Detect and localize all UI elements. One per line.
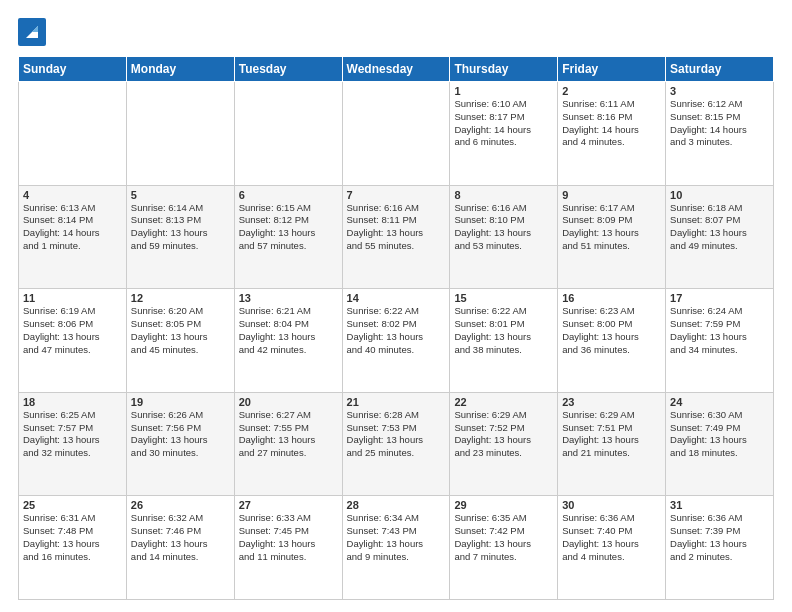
day-number: 28 xyxy=(347,499,446,511)
calendar-cell: 21Sunrise: 6:28 AM Sunset: 7:53 PM Dayli… xyxy=(342,392,450,496)
calendar-cell xyxy=(234,82,342,186)
day-info: Sunrise: 6:15 AM Sunset: 8:12 PM Dayligh… xyxy=(239,202,338,253)
day-info: Sunrise: 6:35 AM Sunset: 7:42 PM Dayligh… xyxy=(454,512,553,563)
day-number: 16 xyxy=(562,292,661,304)
calendar-week-row: 25Sunrise: 6:31 AM Sunset: 7:48 PM Dayli… xyxy=(19,496,774,600)
day-number: 22 xyxy=(454,396,553,408)
logo xyxy=(18,18,50,46)
calendar-week-row: 11Sunrise: 6:19 AM Sunset: 8:06 PM Dayli… xyxy=(19,289,774,393)
calendar-cell: 7Sunrise: 6:16 AM Sunset: 8:11 PM Daylig… xyxy=(342,185,450,289)
calendar-cell: 13Sunrise: 6:21 AM Sunset: 8:04 PM Dayli… xyxy=(234,289,342,393)
day-info: Sunrise: 6:22 AM Sunset: 8:01 PM Dayligh… xyxy=(454,305,553,356)
day-number: 24 xyxy=(670,396,769,408)
day-info: Sunrise: 6:32 AM Sunset: 7:46 PM Dayligh… xyxy=(131,512,230,563)
calendar-cell: 6Sunrise: 6:15 AM Sunset: 8:12 PM Daylig… xyxy=(234,185,342,289)
day-info: Sunrise: 6:28 AM Sunset: 7:53 PM Dayligh… xyxy=(347,409,446,460)
day-number: 1 xyxy=(454,85,553,97)
calendar-cell: 8Sunrise: 6:16 AM Sunset: 8:10 PM Daylig… xyxy=(450,185,558,289)
calendar-body: 1Sunrise: 6:10 AM Sunset: 8:17 PM Daylig… xyxy=(19,82,774,600)
day-number: 8 xyxy=(454,189,553,201)
day-number: 15 xyxy=(454,292,553,304)
page: SundayMondayTuesdayWednesdayThursdayFrid… xyxy=(0,0,792,612)
day-info: Sunrise: 6:34 AM Sunset: 7:43 PM Dayligh… xyxy=(347,512,446,563)
day-number: 10 xyxy=(670,189,769,201)
calendar-cell: 25Sunrise: 6:31 AM Sunset: 7:48 PM Dayli… xyxy=(19,496,127,600)
day-number: 31 xyxy=(670,499,769,511)
day-info: Sunrise: 6:26 AM Sunset: 7:56 PM Dayligh… xyxy=(131,409,230,460)
day-info: Sunrise: 6:29 AM Sunset: 7:52 PM Dayligh… xyxy=(454,409,553,460)
calendar-weekday: Monday xyxy=(126,57,234,82)
calendar-week-row: 18Sunrise: 6:25 AM Sunset: 7:57 PM Dayli… xyxy=(19,392,774,496)
calendar-cell: 27Sunrise: 6:33 AM Sunset: 7:45 PM Dayli… xyxy=(234,496,342,600)
day-info: Sunrise: 6:19 AM Sunset: 8:06 PM Dayligh… xyxy=(23,305,122,356)
calendar-cell: 5Sunrise: 6:14 AM Sunset: 8:13 PM Daylig… xyxy=(126,185,234,289)
day-info: Sunrise: 6:10 AM Sunset: 8:17 PM Dayligh… xyxy=(454,98,553,149)
day-number: 14 xyxy=(347,292,446,304)
calendar-weekday: Saturday xyxy=(666,57,774,82)
calendar-weekday: Wednesday xyxy=(342,57,450,82)
day-info: Sunrise: 6:21 AM Sunset: 8:04 PM Dayligh… xyxy=(239,305,338,356)
day-number: 21 xyxy=(347,396,446,408)
calendar-cell: 24Sunrise: 6:30 AM Sunset: 7:49 PM Dayli… xyxy=(666,392,774,496)
day-info: Sunrise: 6:18 AM Sunset: 8:07 PM Dayligh… xyxy=(670,202,769,253)
calendar-week-row: 1Sunrise: 6:10 AM Sunset: 8:17 PM Daylig… xyxy=(19,82,774,186)
calendar-weekday: Thursday xyxy=(450,57,558,82)
calendar-cell: 17Sunrise: 6:24 AM Sunset: 7:59 PM Dayli… xyxy=(666,289,774,393)
calendar-cell: 9Sunrise: 6:17 AM Sunset: 8:09 PM Daylig… xyxy=(558,185,666,289)
day-number: 18 xyxy=(23,396,122,408)
day-number: 3 xyxy=(670,85,769,97)
calendar-table: SundayMondayTuesdayWednesdayThursdayFrid… xyxy=(18,56,774,600)
day-number: 20 xyxy=(239,396,338,408)
day-number: 6 xyxy=(239,189,338,201)
day-info: Sunrise: 6:36 AM Sunset: 7:39 PM Dayligh… xyxy=(670,512,769,563)
day-info: Sunrise: 6:14 AM Sunset: 8:13 PM Dayligh… xyxy=(131,202,230,253)
day-info: Sunrise: 6:16 AM Sunset: 8:11 PM Dayligh… xyxy=(347,202,446,253)
day-number: 30 xyxy=(562,499,661,511)
day-info: Sunrise: 6:11 AM Sunset: 8:16 PM Dayligh… xyxy=(562,98,661,149)
calendar-cell: 23Sunrise: 6:29 AM Sunset: 7:51 PM Dayli… xyxy=(558,392,666,496)
calendar-weekday: Tuesday xyxy=(234,57,342,82)
day-info: Sunrise: 6:29 AM Sunset: 7:51 PM Dayligh… xyxy=(562,409,661,460)
day-number: 5 xyxy=(131,189,230,201)
day-info: Sunrise: 6:16 AM Sunset: 8:10 PM Dayligh… xyxy=(454,202,553,253)
day-number: 26 xyxy=(131,499,230,511)
calendar-cell: 16Sunrise: 6:23 AM Sunset: 8:00 PM Dayli… xyxy=(558,289,666,393)
day-number: 12 xyxy=(131,292,230,304)
calendar-cell: 15Sunrise: 6:22 AM Sunset: 8:01 PM Dayli… xyxy=(450,289,558,393)
calendar-cell: 2Sunrise: 6:11 AM Sunset: 8:16 PM Daylig… xyxy=(558,82,666,186)
day-number: 27 xyxy=(239,499,338,511)
day-info: Sunrise: 6:23 AM Sunset: 8:00 PM Dayligh… xyxy=(562,305,661,356)
calendar-week-row: 4Sunrise: 6:13 AM Sunset: 8:14 PM Daylig… xyxy=(19,185,774,289)
day-info: Sunrise: 6:13 AM Sunset: 8:14 PM Dayligh… xyxy=(23,202,122,253)
day-info: Sunrise: 6:36 AM Sunset: 7:40 PM Dayligh… xyxy=(562,512,661,563)
calendar-cell: 18Sunrise: 6:25 AM Sunset: 7:57 PM Dayli… xyxy=(19,392,127,496)
calendar-cell: 11Sunrise: 6:19 AM Sunset: 8:06 PM Dayli… xyxy=(19,289,127,393)
day-info: Sunrise: 6:22 AM Sunset: 8:02 PM Dayligh… xyxy=(347,305,446,356)
day-info: Sunrise: 6:17 AM Sunset: 8:09 PM Dayligh… xyxy=(562,202,661,253)
calendar-weekday: Friday xyxy=(558,57,666,82)
calendar-cell: 30Sunrise: 6:36 AM Sunset: 7:40 PM Dayli… xyxy=(558,496,666,600)
day-info: Sunrise: 6:27 AM Sunset: 7:55 PM Dayligh… xyxy=(239,409,338,460)
calendar-cell xyxy=(19,82,127,186)
day-info: Sunrise: 6:24 AM Sunset: 7:59 PM Dayligh… xyxy=(670,305,769,356)
day-number: 19 xyxy=(131,396,230,408)
day-info: Sunrise: 6:25 AM Sunset: 7:57 PM Dayligh… xyxy=(23,409,122,460)
day-number: 17 xyxy=(670,292,769,304)
day-number: 13 xyxy=(239,292,338,304)
calendar-cell xyxy=(126,82,234,186)
day-info: Sunrise: 6:33 AM Sunset: 7:45 PM Dayligh… xyxy=(239,512,338,563)
calendar-cell: 1Sunrise: 6:10 AM Sunset: 8:17 PM Daylig… xyxy=(450,82,558,186)
day-number: 4 xyxy=(23,189,122,201)
header xyxy=(18,18,774,46)
day-number: 2 xyxy=(562,85,661,97)
calendar-cell: 10Sunrise: 6:18 AM Sunset: 8:07 PM Dayli… xyxy=(666,185,774,289)
calendar-weekday: Sunday xyxy=(19,57,127,82)
calendar-cell: 31Sunrise: 6:36 AM Sunset: 7:39 PM Dayli… xyxy=(666,496,774,600)
day-number: 29 xyxy=(454,499,553,511)
calendar-cell: 22Sunrise: 6:29 AM Sunset: 7:52 PM Dayli… xyxy=(450,392,558,496)
day-number: 25 xyxy=(23,499,122,511)
day-number: 7 xyxy=(347,189,446,201)
day-info: Sunrise: 6:30 AM Sunset: 7:49 PM Dayligh… xyxy=(670,409,769,460)
day-info: Sunrise: 6:20 AM Sunset: 8:05 PM Dayligh… xyxy=(131,305,230,356)
calendar-cell: 19Sunrise: 6:26 AM Sunset: 7:56 PM Dayli… xyxy=(126,392,234,496)
